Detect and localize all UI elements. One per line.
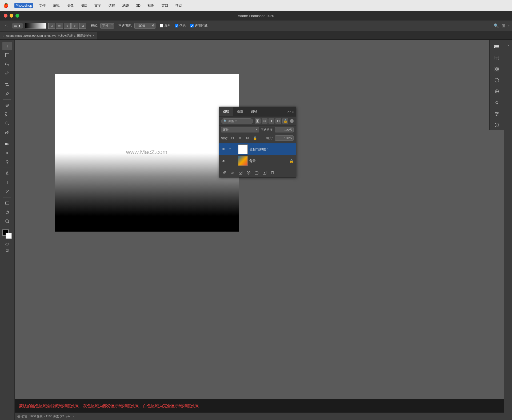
crop-tool[interactable] bbox=[2, 80, 12, 89]
quick-mask-button[interactable]: ⬭ bbox=[5, 242, 9, 247]
blend-mode-select[interactable]: 正常 bbox=[221, 127, 259, 132]
type-tool[interactable]: T bbox=[2, 178, 12, 187]
rectangle-tool[interactable] bbox=[2, 199, 12, 207]
lock-all-btn[interactable]: 🔒 bbox=[252, 135, 258, 141]
menu-filter[interactable]: 滤镜 bbox=[121, 3, 130, 9]
lasso-tool[interactable] bbox=[2, 60, 12, 68]
workspace-icon[interactable]: ⊞ bbox=[502, 23, 505, 28]
move-tool[interactable] bbox=[2, 42, 12, 50]
filter-adjustment-icon[interactable]: ⊘ bbox=[262, 118, 267, 124]
fill-input-wrap: ▼ bbox=[275, 135, 294, 141]
tab-close-icon[interactable]: × bbox=[3, 34, 4, 38]
svg-rect-0 bbox=[5, 53, 9, 57]
magic-wand-tool[interactable] bbox=[2, 69, 12, 78]
add-mask-btn[interactable] bbox=[238, 170, 243, 176]
menu-image[interactable]: 图像 bbox=[66, 3, 75, 9]
menu-help[interactable]: 帮助 bbox=[174, 3, 183, 9]
mode-select[interactable]: 正常 bbox=[100, 23, 114, 29]
layers-icon[interactable] bbox=[492, 42, 502, 51]
search-icon[interactable]: 🔍 bbox=[494, 23, 499, 28]
path-select-tool[interactable] bbox=[2, 187, 12, 196]
layer-visibility-hue[interactable]: 👁 bbox=[221, 147, 226, 152]
eraser-tool[interactable] bbox=[2, 128, 12, 137]
lock-label: 锁定: bbox=[221, 136, 228, 140]
properties-icon[interactable] bbox=[492, 53, 502, 63]
home-button[interactable]: ⌂ bbox=[2, 22, 10, 30]
blur-tool[interactable] bbox=[2, 149, 12, 157]
layer-item-background[interactable]: 👁 背景 🔒 bbox=[219, 155, 296, 167]
swatches-icon[interactable] bbox=[492, 87, 502, 96]
dodge-tool[interactable] bbox=[2, 158, 12, 166]
shape-selector[interactable]: ▭ ▼ bbox=[12, 23, 23, 29]
shape-btn-5[interactable]: ⊡ bbox=[79, 23, 86, 29]
svg-line-19 bbox=[8, 222, 9, 223]
expand-panel-icon[interactable]: >> bbox=[287, 110, 291, 114]
tab-layers[interactable]: 图层 bbox=[219, 107, 233, 116]
filter-pixel-icon[interactable] bbox=[255, 118, 261, 124]
lock-artboard-btn[interactable]: ⊠ bbox=[245, 135, 250, 141]
search-box[interactable]: 🔍 类型 ▼ bbox=[221, 118, 253, 124]
share-icon[interactable]: ↑ bbox=[508, 23, 510, 28]
background-color[interactable] bbox=[6, 233, 12, 239]
info-icon[interactable] bbox=[492, 120, 502, 130]
opacity-select[interactable]: 100% bbox=[134, 23, 155, 29]
reverse-checkbox[interactable] bbox=[160, 24, 163, 27]
simulate-checkbox[interactable] bbox=[175, 24, 178, 27]
adjustments-icon[interactable] bbox=[492, 109, 502, 119]
filter-type-icon[interactable]: T bbox=[269, 118, 274, 124]
tab-paths[interactable]: 路径 bbox=[247, 107, 261, 116]
brush-icon[interactable] bbox=[492, 98, 502, 107]
document-tab[interactable]: × AdobeStock_203958648.jpg @ 66.7% (色相/饱… bbox=[0, 32, 97, 39]
menu-text[interactable]: 文字 bbox=[93, 3, 102, 9]
brush-tool[interactable] bbox=[2, 110, 12, 119]
filter-smart-icon[interactable]: 🔒 bbox=[282, 118, 288, 124]
svg-point-13 bbox=[6, 160, 8, 163]
transparency-checkbox[interactable] bbox=[190, 24, 194, 27]
menu-3d[interactable]: 3D bbox=[135, 3, 142, 8]
pen-tool[interactable] bbox=[2, 169, 12, 178]
filter-toggle[interactable] bbox=[290, 119, 294, 123]
lock-position-btn[interactable]: ✥ bbox=[237, 135, 243, 141]
menu-file[interactable]: 文件 bbox=[38, 3, 47, 9]
eyedropper-tool[interactable] bbox=[2, 90, 12, 98]
shape-btn-2[interactable]: ▭ bbox=[56, 23, 63, 29]
fx-btn[interactable]: fx bbox=[230, 170, 235, 176]
gradient-preview[interactable] bbox=[25, 23, 46, 29]
heal-tool[interactable] bbox=[2, 101, 12, 110]
zoom-tool[interactable] bbox=[2, 217, 12, 225]
delete-layer-btn[interactable] bbox=[270, 170, 275, 176]
menu-view[interactable]: 视图 bbox=[146, 3, 155, 9]
new-group-btn[interactable] bbox=[254, 170, 259, 176]
shape-btn-3[interactable]: ◁ bbox=[64, 23, 71, 29]
gradient-tool[interactable] bbox=[2, 140, 12, 148]
channels-icon[interactable] bbox=[492, 64, 502, 74]
screen-mode-button[interactable]: ⊡ bbox=[6, 248, 9, 252]
shape-btn-1[interactable]: □ bbox=[48, 23, 55, 29]
hand-tool[interactable] bbox=[2, 208, 12, 216]
panel-menu-icon[interactable]: ≡ bbox=[292, 110, 294, 114]
close-button[interactable] bbox=[4, 14, 7, 18]
menu-photoshop[interactable]: Photoshop bbox=[14, 3, 33, 8]
color-icon[interactable] bbox=[492, 75, 502, 85]
layer-visibility-bg[interactable]: 👁 bbox=[221, 159, 226, 163]
menu-layer[interactable]: 图层 bbox=[79, 3, 89, 9]
new-layer-btn[interactable] bbox=[262, 170, 267, 176]
shape-btn-4[interactable]: ▷ bbox=[71, 23, 78, 29]
menu-select[interactable]: 选择 bbox=[107, 3, 116, 9]
tab-channels[interactable]: 通道 bbox=[233, 107, 247, 116]
filter-shape-icon[interactable]: ⊡ bbox=[275, 118, 281, 124]
layer-item-hue-saturation[interactable]: 👁 ⊙ 色相/饱和度 1 bbox=[219, 143, 296, 155]
clone-tool[interactable] bbox=[2, 119, 12, 128]
menu-window[interactable]: 窗口 bbox=[160, 3, 169, 9]
link-layers-btn[interactable] bbox=[222, 170, 227, 176]
maximize-button[interactable] bbox=[15, 14, 19, 18]
lock-pixels-btn[interactable]: ⊡ bbox=[230, 135, 235, 141]
selection-tool[interactable] bbox=[2, 51, 12, 59]
minimize-button[interactable] bbox=[10, 14, 13, 18]
collapse-icon[interactable]: › bbox=[505, 42, 511, 48]
new-adjustment-btn[interactable] bbox=[246, 170, 251, 176]
tool-separator-4 bbox=[3, 168, 11, 168]
layer-mask-thumb-hue bbox=[238, 144, 248, 154]
menu-edit[interactable]: 编辑 bbox=[52, 3, 61, 9]
apple-menu[interactable]: 🍎 bbox=[3, 3, 9, 8]
